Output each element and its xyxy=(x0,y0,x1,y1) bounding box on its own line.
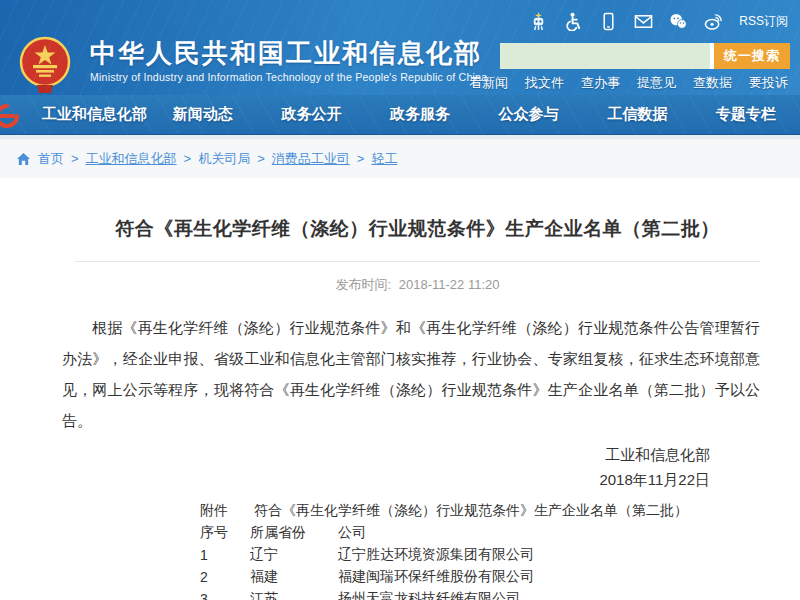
cell-company: 扬州天富龙科技纤维有限公司 xyxy=(338,588,534,600)
publish-date-value: 2018-11-22 11:20 xyxy=(399,277,500,292)
breadcrumb-consumer-goods[interactable]: 消费品工业司 xyxy=(272,150,350,168)
cell-province: 江苏 xyxy=(250,588,338,600)
rss-link[interactable]: RSS订阅 xyxy=(739,13,788,30)
cell-company: 福建闽瑞环保纤维股份有限公司 xyxy=(338,566,534,588)
nav-item-news[interactable]: 新闻动态 xyxy=(149,105,258,124)
breadcrumb-separator: > xyxy=(257,151,265,166)
company-table: 序号 所属省份 公司 1 辽宁 辽宁胜达环境资源集团有限公司 2 福建 福建闽瑞… xyxy=(200,522,534,600)
site-subtitle: Ministry of Industry and Information Tec… xyxy=(90,71,487,83)
nav-item-public-participation[interactable]: 公众参与 xyxy=(474,105,583,124)
nav-item-miit-data[interactable]: 工信数据 xyxy=(583,105,692,124)
col-header-province: 所属省份 xyxy=(250,522,338,544)
breadcrumb-light-industry[interactable]: 轻工 xyxy=(371,150,397,168)
nav-items: 工业和信息化部 新闻动态 政务公开 政务服务 公众参与 工信数据 专题专栏 xyxy=(0,105,800,124)
nav-item-gov-disclosure[interactable]: 政务公开 xyxy=(257,105,366,124)
miit-e-logo-icon xyxy=(0,102,21,130)
breadcrumb-separator: > xyxy=(357,151,365,166)
breadcrumb-departments[interactable]: 机关司局 xyxy=(198,150,250,168)
accessibility-icon[interactable] xyxy=(564,12,583,31)
weibo-icon[interactable] xyxy=(704,12,723,31)
signature-date: 2018年11月22日 xyxy=(62,467,710,492)
breadcrumb-separator: > xyxy=(184,151,192,166)
attachment-title[interactable]: 符合《再生化学纤维（涤纶）行业规范条件》生产企业名单（第二批） xyxy=(254,502,688,518)
signature-org: 工业和信息化部 xyxy=(62,442,710,467)
quick-link-complaint[interactable]: 要投诉 xyxy=(749,74,788,92)
quick-link-suggest[interactable]: 提意见 xyxy=(637,74,676,92)
cell-index: 3 xyxy=(200,588,250,600)
quick-link-news[interactable]: 看新闻 xyxy=(469,74,508,92)
site-header: 中华人民共和国工业和信息化部 Ministry of Industry and … xyxy=(0,0,800,95)
quick-link-data[interactable]: 查数据 xyxy=(693,74,732,92)
wechat-icon[interactable] xyxy=(669,12,688,31)
page-title: 符合《再生化学纤维（涤纶）行业规范条件》生产企业名单（第二批） xyxy=(75,216,760,242)
table-row: 3 江苏 扬州天富龙科技纤维有限公司 xyxy=(200,588,534,600)
mobile-icon[interactable] xyxy=(599,12,618,31)
attachment-block: 附件 符合《再生化学纤维（涤纶）行业规范条件》生产企业名单（第二批） 序号 所属… xyxy=(200,502,760,600)
attachment-label: 附件 xyxy=(200,502,228,518)
site-title: 中华人民共和国工业和信息化部 xyxy=(90,38,487,68)
breadcrumb: 首页 > 工业和信息化部 > 机关司局 > 消费品工业司 > 轻工 xyxy=(0,139,800,178)
national-emblem-logo xyxy=(18,36,72,94)
main-navbar: 工业和信息化部 新闻动态 政务公开 政务服务 公众参与 工信数据 专题专栏 xyxy=(0,95,800,135)
quick-links: 看新闻 找文件 查办事 提意见 查数据 要投诉 xyxy=(469,74,788,92)
unified-search-input[interactable] xyxy=(500,43,710,69)
cell-index: 1 xyxy=(200,544,250,566)
col-header-company: 公司 xyxy=(338,522,534,544)
quick-link-services[interactable]: 查办事 xyxy=(581,74,620,92)
signature-block: 工业和信息化部 2018年11月22日 xyxy=(62,442,760,492)
publish-date: 发布时间: 2018-11-22 11:20 xyxy=(62,262,760,304)
unified-search-button[interactable]: 统一搜索 xyxy=(714,43,790,69)
table-header-row: 序号 所属省份 公司 xyxy=(200,522,534,544)
cell-province: 辽宁 xyxy=(250,544,338,566)
table-row: 2 福建 福建闽瑞环保纤维股份有限公司 xyxy=(200,566,534,588)
cell-index: 2 xyxy=(200,566,250,588)
quick-link-files[interactable]: 找文件 xyxy=(525,74,564,92)
header-icon-row: RSS订阅 xyxy=(529,12,788,31)
home-icon[interactable] xyxy=(16,152,31,166)
nav-item-special-columns[interactable]: 专题专栏 xyxy=(691,105,800,124)
cell-company: 辽宁胜达环境资源集团有限公司 xyxy=(338,544,534,566)
unified-search: 统一搜索 xyxy=(500,43,790,69)
breadcrumb-separator: > xyxy=(71,151,79,166)
breadcrumb-home[interactable]: 首页 xyxy=(38,150,64,168)
cell-province: 福建 xyxy=(250,566,338,588)
publish-date-label: 发布时间: xyxy=(336,277,392,292)
breadcrumb-miit[interactable]: 工业和信息化部 xyxy=(86,150,177,168)
nav-item-miit[interactable]: 工业和信息化部 xyxy=(40,105,149,124)
robot-mascot-icon[interactable] xyxy=(529,12,548,31)
article-content: 符合《再生化学纤维（涤纶）行业规范条件》生产企业名单（第二批） 发布时间: 20… xyxy=(0,178,800,600)
site-identity: 中华人民共和国工业和信息化部 Ministry of Industry and … xyxy=(90,38,487,83)
mail-icon[interactable] xyxy=(634,12,653,31)
nav-item-gov-services[interactable]: 政务服务 xyxy=(366,105,475,124)
col-header-index: 序号 xyxy=(200,522,250,544)
announcement-paragraph: 根据《再生化学纤维（涤纶）行业规范条件》和《再生化学纤维（涤纶）行业规范条件公告… xyxy=(62,312,760,436)
attachment-line: 附件 符合《再生化学纤维（涤纶）行业规范条件》生产企业名单（第二批） xyxy=(200,502,760,520)
table-row: 1 辽宁 辽宁胜达环境资源集团有限公司 xyxy=(200,544,534,566)
